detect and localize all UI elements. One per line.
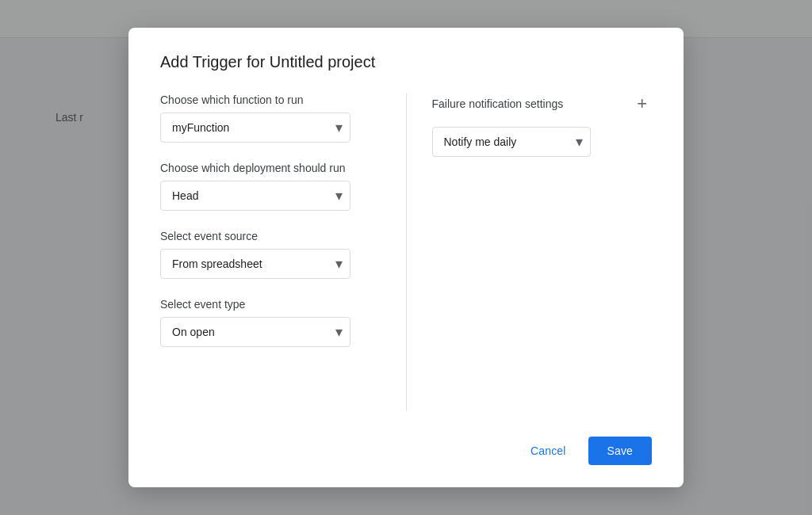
deployment-select-wrapper: Head Latest version ▾ [160, 181, 350, 211]
dialog-title: Add Trigger for Untitled project [160, 53, 652, 71]
event-source-select[interactable]: From spreadsheet Time-driven [160, 249, 350, 279]
event-source-select-wrapper: From spreadsheet Time-driven ▾ [160, 249, 350, 279]
add-notification-button[interactable]: + [632, 93, 652, 114]
cancel-button[interactable]: Cancel [518, 437, 578, 465]
save-button[interactable]: Save [588, 437, 652, 465]
deployment-select[interactable]: Head Latest version [160, 181, 350, 211]
notification-select[interactable]: Notify me daily Notify me immediately No… [432, 127, 591, 157]
event-source-label: Select event source [160, 230, 381, 242]
function-field-group: Choose which function to run myFunction … [160, 93, 381, 143]
dialog-body: Choose which function to run myFunction … [160, 93, 652, 411]
notification-label: Failure notification settings [432, 97, 564, 110]
function-select[interactable]: myFunction myOtherFunction [160, 113, 350, 143]
dialog-footer: Cancel Save [160, 430, 652, 465]
event-type-label: Select event type [160, 298, 381, 311]
deployment-label: Choose which deployment should run [160, 162, 381, 174]
event-type-field-group: Select event type On open On edit On for… [160, 298, 381, 347]
function-label: Choose which function to run [160, 93, 381, 106]
notification-select-wrapper: Notify me daily Notify me immediately No… [432, 127, 591, 157]
deployment-field-group: Choose which deployment should run Head … [160, 162, 381, 211]
event-source-field-group: Select event source From spreadsheet Tim… [160, 230, 381, 279]
notification-header: Failure notification settings + [432, 93, 653, 114]
left-panel: Choose which function to run myFunction … [160, 93, 407, 411]
event-type-select[interactable]: On open On edit On form submit On change [160, 317, 350, 347]
add-trigger-dialog: Add Trigger for Untitled project Choose … [128, 28, 684, 487]
function-select-wrapper: myFunction myOtherFunction ▾ [160, 113, 350, 143]
right-panel: Failure notification settings + Notify m… [407, 93, 653, 411]
event-type-select-wrapper: On open On edit On form submit On change… [160, 317, 350, 347]
